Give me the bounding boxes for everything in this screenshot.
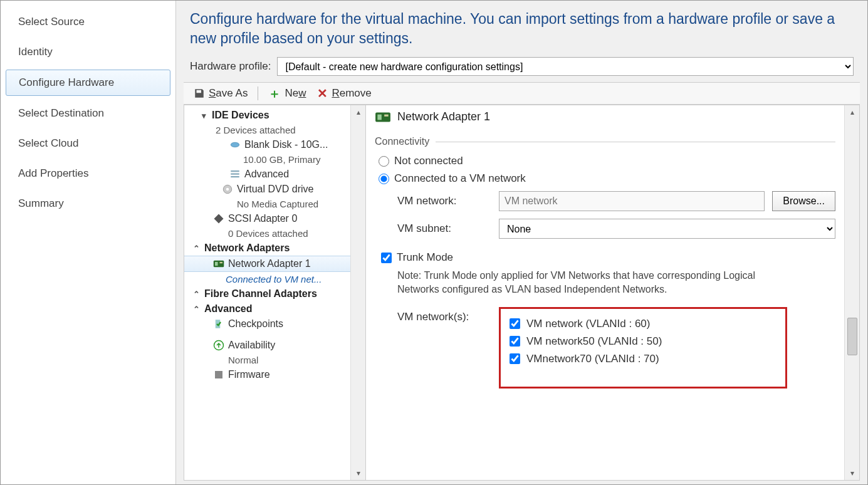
tree-scsi[interactable]: SCSI Adapter 0 xyxy=(184,211,350,226)
svg-point-0 xyxy=(231,142,239,147)
chevron-down-icon: ▾ xyxy=(199,111,208,120)
wizard-step-configure-hardware[interactable]: Configure Hardware xyxy=(6,70,170,96)
detail-pane: Network Adapter 1 Connectivity Not conne… xyxy=(366,105,844,480)
radio-not-connected-row[interactable]: Not connected xyxy=(375,152,835,170)
tree-ide-devices[interactable]: ▾ IDE Devices xyxy=(184,108,350,123)
svg-point-5 xyxy=(226,188,229,191)
svg-rect-15 xyxy=(384,114,389,116)
wizard-step-select-cloud[interactable]: Select Cloud xyxy=(6,131,170,156)
hardware-profile-select[interactable]: [Default - create new hardware configura… xyxy=(277,57,854,76)
availability-icon xyxy=(213,340,224,351)
tree-blank-disk-sub: 10.00 GB, Primary xyxy=(184,152,350,167)
hardware-profile-label: Hardware profile: xyxy=(190,60,271,73)
wizard-nav: Select Source Identity Configure Hardwar… xyxy=(1,1,176,484)
vm-network-label-0: VM network (VLANId : 60) xyxy=(526,318,650,330)
radio-not-connected[interactable] xyxy=(379,156,389,167)
vm-network-item-2[interactable]: VMnetwork70 (VLANId : 70) xyxy=(510,350,776,368)
tree-ide-devices-sub: 2 Devices attached xyxy=(184,123,350,137)
save-icon xyxy=(194,88,205,99)
tree-scsi-sub: 0 Devices attached xyxy=(184,226,350,241)
detail-title: Network Adapter 1 xyxy=(397,110,490,123)
vm-network-checkbox-0[interactable] xyxy=(510,318,520,329)
scroll-up-icon[interactable]: ▴ xyxy=(357,108,360,117)
vm-subnet-label: VM subnet: xyxy=(397,222,491,235)
svg-rect-1 xyxy=(231,170,239,172)
trunk-mode-checkbox[interactable] xyxy=(381,253,392,263)
plus-icon: ＋ xyxy=(268,88,281,99)
detail-header: Network Adapter 1 xyxy=(375,110,835,128)
vm-network-label: VM network: xyxy=(397,195,491,207)
tree-dvd-sub: No Media Captured xyxy=(184,197,350,211)
connectivity-group: Connectivity xyxy=(375,136,835,147)
tree-dvd[interactable]: Virtual DVD drive xyxy=(184,182,350,197)
hardware-toolbar: SSave Asave As ＋ NewNew ✕ RemoveRemove xyxy=(184,82,860,105)
vm-network-item-1[interactable]: VM network50 (VLANId : 50) xyxy=(510,333,776,350)
vm-network-item-0[interactable]: VM network (VLANId : 60) xyxy=(510,315,776,333)
scroll-thumb[interactable] xyxy=(847,318,857,355)
tree-network-adapter-1-sub: Connected to VM net... xyxy=(184,272,350,286)
new-button[interactable]: ＋ NewNew xyxy=(264,85,310,102)
tree-blank-disk[interactable]: Blank Disk - 10G... xyxy=(184,137,350,152)
tree-network-adapter-1[interactable]: Network Adapter 1 xyxy=(184,256,350,272)
detail-wrap: Network Adapter 1 Connectivity Not conne… xyxy=(366,105,859,480)
delete-icon: ✕ xyxy=(317,88,328,99)
scroll-up-icon[interactable]: ▴ xyxy=(850,108,854,117)
svg-rect-2 xyxy=(231,174,239,175)
radio-not-connected-label: Not connected xyxy=(394,155,463,167)
collapse-icon: ⌃ xyxy=(192,305,201,314)
wizard-step-summary[interactable]: Summary xyxy=(6,191,170,216)
tree-availability[interactable]: Availability xyxy=(184,338,350,353)
radio-connected-label: Connected to a VM network xyxy=(394,172,526,185)
hardware-tree-wrap: ▾ IDE Devices 2 Devices attached Blank D… xyxy=(184,105,366,480)
tree-advanced-item[interactable]: Advanced xyxy=(184,167,350,182)
vm-networks-label: VM network(s): xyxy=(397,307,491,323)
browse-button[interactable]: Browse... xyxy=(772,191,835,211)
vm-networks-box: VM network (VLANId : 60) VM network50 (V… xyxy=(499,307,787,389)
trunk-mode-row[interactable]: Trunk Mode xyxy=(375,249,835,266)
vm-network-field[interactable] xyxy=(499,191,765,211)
vm-subnet-row: VM subnet: None xyxy=(375,215,835,242)
hardware-profile-row: Hardware profile: [Default - create new … xyxy=(176,55,867,82)
page-intro: Configure hardware for the virtual machi… xyxy=(176,1,867,55)
checkpoints-icon xyxy=(213,318,224,330)
hardware-split: ▾ IDE Devices 2 Devices attached Blank D… xyxy=(184,105,860,481)
scroll-down-icon[interactable]: ▾ xyxy=(850,469,854,477)
vm-subnet-select[interactable]: None xyxy=(499,219,835,239)
vm-network-row: VM network: Browse... xyxy=(375,187,835,215)
wizard-step-identity[interactable]: Identity xyxy=(6,39,170,65)
wizard-step-select-source[interactable]: Select Source xyxy=(6,9,170,34)
tree-firmware[interactable]: Firmware xyxy=(184,367,350,382)
svg-rect-9 xyxy=(220,262,223,263)
save-as-button[interactable]: SSave Asave As xyxy=(190,85,251,102)
adapter-icon xyxy=(213,213,224,224)
vm-networks-row: VM network(s): VM network (VLANId : 60) … xyxy=(375,300,835,389)
svg-rect-3 xyxy=(231,176,239,177)
vm-network-checkbox-2[interactable] xyxy=(510,353,520,364)
wizard-step-add-properties[interactable]: Add Properties xyxy=(6,161,170,186)
radio-connected[interactable] xyxy=(379,174,389,184)
firmware-icon xyxy=(213,369,224,380)
toolbar-separator xyxy=(258,86,258,100)
vm-network-label-1: VM network50 (VLANId : 50) xyxy=(526,335,662,348)
content-pane: Configure hardware for the virtual machi… xyxy=(176,1,867,484)
tree-scrollbar[interactable]: ▴ ▾ xyxy=(350,105,365,480)
dvd-icon xyxy=(222,184,233,195)
wizard-step-select-destination[interactable]: Select Destination xyxy=(6,101,170,126)
vm-network-checkbox-1[interactable] xyxy=(510,336,520,347)
disk-icon xyxy=(229,139,241,150)
scroll-down-icon[interactable]: ▾ xyxy=(357,469,360,477)
svg-rect-14 xyxy=(377,114,382,120)
tree-network-adapters[interactable]: ⌃ Network Adapters xyxy=(184,241,350,256)
list-icon xyxy=(229,169,241,180)
svg-rect-12 xyxy=(215,371,222,378)
tree-fibre-channel[interactable]: ⌃ Fibre Channel Adapters xyxy=(184,286,350,301)
collapse-icon: ⌃ xyxy=(192,289,201,299)
tree-checkpoints[interactable]: Checkpoints xyxy=(184,316,350,331)
detail-scrollbar[interactable]: ▴ ▾ xyxy=(844,105,859,480)
collapse-icon: ⌃ xyxy=(192,244,201,253)
vm-network-label-2: VMnetwork70 (VLANId : 70) xyxy=(526,353,659,365)
radio-connected-row[interactable]: Connected to a VM network xyxy=(375,170,835,187)
tree-advanced-section[interactable]: ⌃ Advanced xyxy=(184,301,350,316)
remove-button[interactable]: ✕ RemoveRemove xyxy=(313,85,375,102)
svg-rect-8 xyxy=(215,262,218,266)
